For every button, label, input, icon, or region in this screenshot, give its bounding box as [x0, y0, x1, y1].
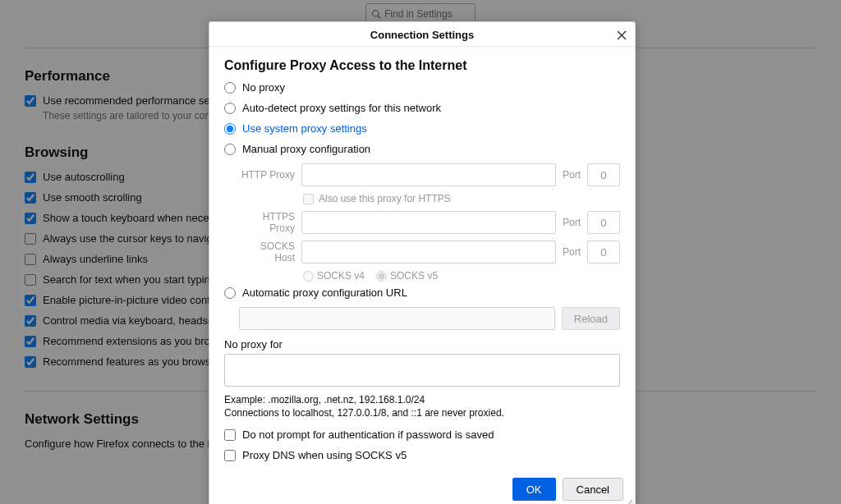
- auto-url-label: Automatic proxy configuration URL: [242, 286, 407, 299]
- connection-settings-dialog: Connection Settings Configure Proxy Acce…: [209, 21, 636, 504]
- socks-v4-radio[interactable]: [303, 271, 314, 282]
- no-proxy-label: No proxy: [242, 81, 285, 94]
- use-system-label: Use system proxy settings: [242, 122, 367, 135]
- socks-v5-radio[interactable]: [376, 271, 387, 282]
- https-port-input[interactable]: [587, 211, 620, 234]
- manual-proxy-fields: HTTP Proxy Port Also use this proxy for …: [239, 163, 620, 282]
- http-port-input[interactable]: [587, 163, 620, 186]
- auto-detect-label: Auto-detect proxy settings for this netw…: [242, 102, 441, 114]
- socks-host-label: SOCKS Host: [239, 241, 298, 263]
- cancel-button[interactable]: Cancel: [563, 478, 623, 501]
- dialog-header: Connection Settings: [209, 22, 635, 47]
- https-proxy-input[interactable]: [301, 211, 556, 234]
- no-prompt-auth-checkbox[interactable]: [224, 429, 236, 441]
- socks-v4-label: SOCKS v4: [317, 270, 365, 282]
- also-https-label: Also use this proxy for HTTPS: [319, 193, 451, 204]
- https-proxy-label: HTTPS Proxy: [239, 211, 298, 234]
- pac-url-input[interactable]: [239, 307, 555, 330]
- no-proxy-radio[interactable]: [224, 82, 236, 94]
- socks-port-input[interactable]: [587, 241, 620, 263]
- socks-v5-label: SOCKS v5: [390, 270, 438, 282]
- also-https-checkbox[interactable]: [303, 194, 314, 204]
- close-icon: [617, 30, 627, 40]
- no-proxy-example: Example: .mozilla.org, .net.nz, 192.168.…: [224, 394, 620, 405]
- http-proxy-input[interactable]: [301, 163, 556, 186]
- https-port-label: Port: [559, 217, 584, 228]
- dialog-heading: Configure Proxy Access to the Internet: [224, 58, 620, 73]
- no-prompt-auth-label: Do not prompt for authentication if pass…: [242, 428, 494, 441]
- close-button[interactable]: [614, 27, 630, 44]
- manual-radio[interactable]: [224, 144, 236, 155]
- ok-button[interactable]: OK: [512, 478, 556, 501]
- auto-url-radio[interactable]: [224, 287, 236, 299]
- proxy-dns-checkbox[interactable]: [224, 450, 236, 461]
- socks-port-label: Port: [559, 246, 584, 258]
- auto-detect-radio[interactable]: [224, 103, 236, 114]
- manual-label: Manual proxy configuration: [242, 143, 370, 155]
- proxy-dns-label: Proxy DNS when using SOCKS v5: [242, 449, 407, 461]
- http-proxy-label: HTTP Proxy: [239, 169, 298, 181]
- socks-host-input[interactable]: [301, 241, 556, 263]
- no-proxy-for-textarea[interactable]: [224, 354, 620, 387]
- reload-button[interactable]: Reload: [562, 307, 620, 330]
- dialog-title: Connection Settings: [370, 29, 474, 41]
- use-system-radio[interactable]: [224, 123, 236, 135]
- no-proxy-for-label: No proxy for: [224, 338, 620, 351]
- resize-grip-icon[interactable]: [624, 500, 632, 504]
- no-proxy-note: Connections to localhost, 127.0.0.1/8, a…: [224, 407, 620, 419]
- http-port-label: Port: [559, 169, 584, 181]
